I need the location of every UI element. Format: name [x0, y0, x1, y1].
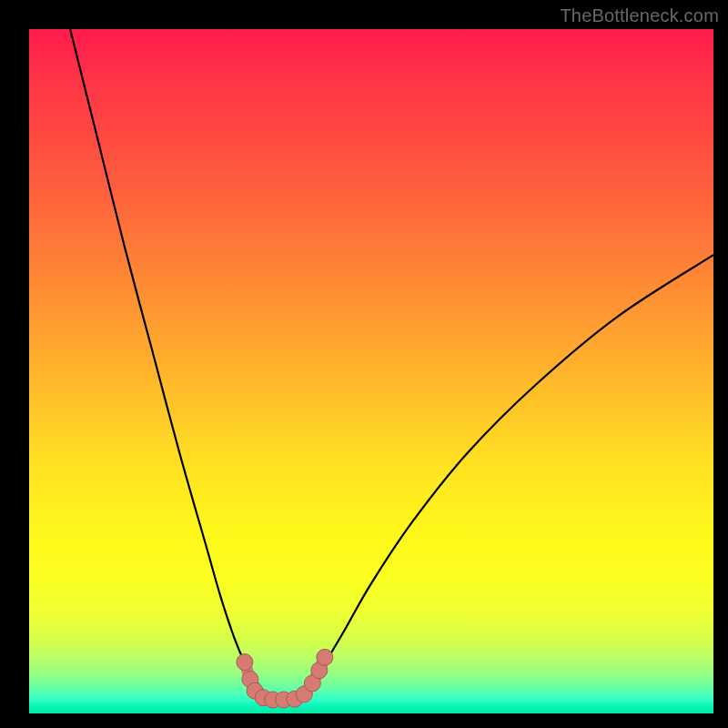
marker-group	[237, 649, 333, 708]
marker-dot	[317, 649, 333, 665]
marker-dot	[237, 654, 253, 671]
curve-right-branch	[282, 255, 713, 700]
curve-layer	[29, 29, 713, 713]
curve-left-branch	[70, 29, 282, 700]
watermark-text: TheBottleneck.com	[560, 5, 719, 26]
plot-area	[29, 29, 713, 713]
chart-frame: TheBottleneck.com	[0, 0, 728, 728]
